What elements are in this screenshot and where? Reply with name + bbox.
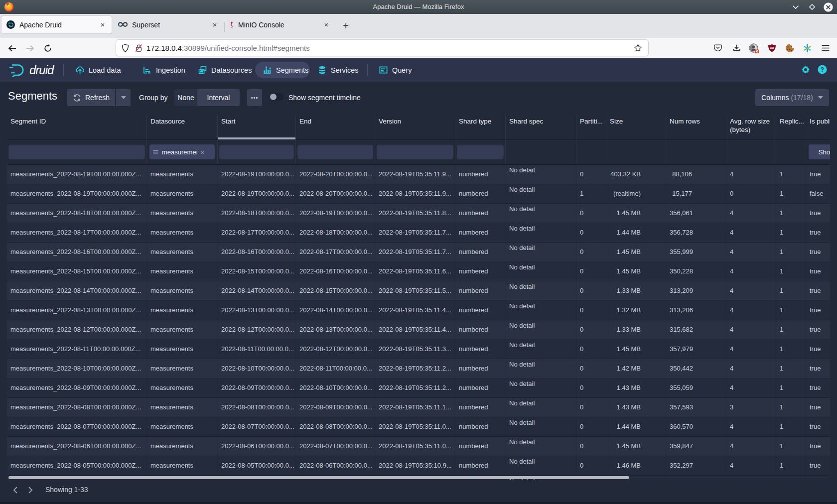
cell-num-rows[interactable]: 355,059: [666, 378, 726, 397]
cell-partiti[interactable]: 0: [576, 378, 606, 397]
cell-start[interactable]: 2022-08-12T00:00:00.0...: [218, 320, 296, 339]
cell-shard-type[interactable]: numbered: [455, 340, 506, 359]
ublock-button[interactable]: uO: [767, 38, 777, 58]
column-header-num-rows[interactable]: Num rows: [666, 114, 726, 139]
cell-start[interactable]: 2022-08-18T00:00:00.0...: [218, 204, 296, 223]
cell-num-rows[interactable]: 352,297: [666, 456, 726, 475]
cell-size[interactable]: 403.32 KB: [606, 165, 666, 184]
cell-size[interactable]: 1.45 MB: [606, 437, 666, 456]
column-header-start[interactable]: Start: [218, 114, 296, 139]
cell-replic[interactable]: 1: [776, 320, 806, 339]
cell-version[interactable]: 2022-08-19T05:35:11.5...: [375, 281, 455, 300]
cell-num-rows[interactable]: 350,442: [666, 359, 726, 378]
group-by-interval-button[interactable]: Interval: [197, 89, 240, 106]
window-close-button[interactable]: [824, 2, 833, 12]
cell-is-published[interactable]: true: [806, 398, 830, 417]
tab-close-icon[interactable]: ×: [321, 20, 331, 29]
cell-size[interactable]: 1.42 MB: [606, 359, 666, 378]
extension-asterisk-button[interactable]: [802, 38, 813, 58]
cell-end[interactable]: 2022-08-08T00:00:00.0...: [296, 417, 375, 436]
cell-shard-spec[interactable]: No detail: [506, 359, 576, 378]
cell-is-published[interactable]: true: [806, 301, 830, 320]
cell-is-published[interactable]: true: [806, 417, 830, 436]
forward-button[interactable]: [24, 38, 35, 58]
cell-is-published[interactable]: true: [806, 378, 830, 397]
cell-datasource[interactable]: measurements: [147, 320, 218, 339]
pocket-button[interactable]: [712, 38, 723, 58]
cell-is-published[interactable]: true: [806, 262, 830, 281]
cell-is-published[interactable]: true: [806, 223, 830, 242]
cell-replic[interactable]: 1: [776, 301, 806, 320]
cell-datasource[interactable]: measurements: [147, 456, 218, 475]
column-header-is-published[interactable]: Is published: [806, 114, 830, 139]
cell-datasource[interactable]: measurements: [147, 262, 218, 281]
cell-start[interactable]: 2022-08-07T00:00:00.0...: [218, 417, 296, 436]
nav-item-segments[interactable]: Segments: [255, 62, 310, 78]
window-maximize-button[interactable]: [807, 2, 817, 12]
cell-datasource[interactable]: measurements: [147, 398, 218, 417]
cell-start[interactable]: 2022-08-19T00:00:00.0...: [218, 165, 296, 184]
refresh-menu-button[interactable]: [116, 89, 131, 106]
cell-partiti[interactable]: 0: [576, 398, 606, 417]
cell-size[interactable]: 1.43 MB: [606, 398, 666, 417]
cell-shard-type[interactable]: numbered: [455, 320, 506, 339]
cell-size[interactable]: 1.33 MB: [606, 320, 666, 339]
cell-shard-spec[interactable]: No detail: [506, 223, 576, 242]
cell-replic[interactable]: 1: [776, 184, 806, 203]
cell-replic[interactable]: 1: [776, 437, 806, 456]
cell-segment-id[interactable]: measurements_2022-08-12T00:00:00.000Z...: [7, 320, 147, 339]
cell-partiti[interactable]: 0: [576, 165, 606, 184]
cell-start[interactable]: 2022-08-09T00:00:00.0...: [218, 378, 296, 397]
cell-segment-id[interactable]: measurements_2022-08-07T00:00:00.000Z...: [7, 417, 147, 436]
cell-avg-row-size-bytes[interactable]: 4: [726, 437, 776, 456]
cell-end[interactable]: 2022-08-12T00:00:00.0...: [296, 340, 375, 359]
cell-num-rows[interactable]: 360,570: [666, 417, 726, 436]
cell-is-published[interactable]: true: [806, 204, 830, 223]
more-options-button[interactable]: •••: [247, 89, 262, 106]
cell-version[interactable]: 2022-08-19T05:35:11.9...: [375, 165, 455, 184]
cell-shard-type[interactable]: numbered: [455, 184, 506, 203]
cell-num-rows[interactable]: [666, 476, 726, 480]
cell-shard-spec[interactable]: No detail: [506, 340, 576, 359]
cell-partiti[interactable]: 0: [576, 437, 606, 456]
cell-avg-row-size-bytes[interactable]: 4: [726, 417, 776, 436]
previous-page-button[interactable]: [11, 485, 19, 495]
refresh-button[interactable]: Refresh: [67, 89, 115, 106]
cell-version[interactable]: 2022-08-19T05:35:11.2...: [375, 378, 455, 397]
datasource-filter-chip[interactable]: measurements×: [149, 144, 215, 159]
cell-replic[interactable]: 1: [776, 243, 806, 261]
segment-timeline-toggle[interactable]: [270, 93, 283, 101]
cell-shard-type[interactable]: numbered: [455, 281, 506, 300]
cell-replic[interactable]: [776, 476, 806, 480]
cell-datasource[interactable]: measurements: [147, 243, 218, 261]
cell-segment-id[interactable]: measurements_2022-08-18T00:00:00.000Z...: [7, 204, 147, 223]
cell-num-rows[interactable]: 313,209: [666, 281, 726, 300]
cell-avg-row-size-bytes[interactable]: 4: [726, 320, 776, 339]
cell-size[interactable]: 1.32 MB: [606, 301, 666, 320]
cell-partiti[interactable]: 0: [576, 262, 606, 281]
cell-datasource[interactable]: measurements: [147, 359, 218, 378]
filter-input-version[interactable]: [377, 144, 453, 159]
column-header-version[interactable]: Version: [375, 114, 455, 139]
column-header-partiti[interactable]: Partiti...: [576, 114, 606, 139]
extension-account-button[interactable]: [748, 38, 760, 58]
help-button[interactable]: ?: [818, 65, 827, 74]
cell-start[interactable]: 2022-08-05T00:00:00.0...: [218, 456, 296, 475]
column-header-segment-id[interactable]: Segment ID: [7, 114, 147, 139]
cell-num-rows[interactable]: 313,206: [666, 301, 726, 320]
column-header-replic[interactable]: Replic...: [776, 114, 806, 139]
cell-replic[interactable]: 1: [776, 359, 806, 378]
cell-datasource[interactable]: measurements: [147, 437, 218, 456]
filter-input-segment-id[interactable]: [8, 144, 145, 159]
cell-version[interactable]: 2022-08-19T05:35:11.2...: [375, 359, 455, 378]
cell-avg-row-size-bytes[interactable]: 4: [726, 359, 776, 378]
cell-is-published[interactable]: false: [806, 184, 830, 203]
cell-shard-type[interactable]: numbered: [455, 437, 506, 456]
cell-segment-id[interactable]: measurements_2022-08-13T00:00:00.000Z...: [7, 301, 147, 320]
menu-button[interactable]: [820, 38, 831, 58]
filter-input-start[interactable]: [219, 144, 294, 159]
cell-end[interactable]: 2022-08-09T00:00:00.0...: [296, 398, 375, 417]
cell-start[interactable]: 2022-08-13T00:00:00.0...: [218, 301, 296, 320]
cell-segment-id[interactable]: measurements_2022-08-10T00:00:00.000Z...: [7, 359, 147, 378]
cell-shard-type[interactable]: numbered: [455, 398, 506, 417]
